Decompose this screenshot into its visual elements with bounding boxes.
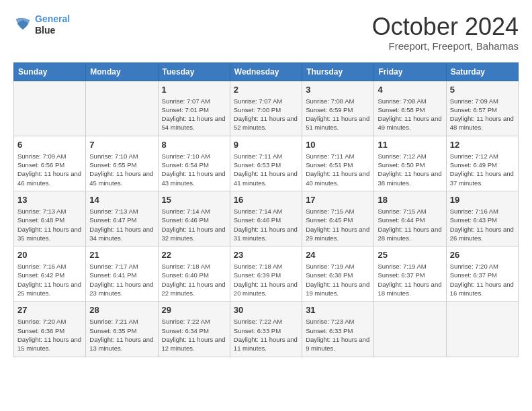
cell-info: Sunrise: 7:14 AMSunset: 6:46 PMDaylight:… [162, 207, 226, 242]
calendar-week-1: 1Sunrise: 7:07 AMSunset: 7:01 PMDaylight… [14, 81, 519, 136]
cell-info: Sunrise: 7:19 AMSunset: 6:37 PMDaylight:… [378, 262, 442, 298]
cell-info: Sunrise: 7:16 AMSunset: 6:42 PMDaylight:… [17, 262, 82, 298]
cell-info: Sunrise: 7:09 AMSunset: 6:56 PMDaylight:… [17, 152, 82, 187]
cell-info: Sunrise: 7:12 AMSunset: 6:50 PMDaylight:… [378, 152, 442, 187]
day-number: 28 [89, 305, 154, 315]
calendar-cell: 3Sunrise: 7:08 AMSunset: 6:59 PMDaylight… [302, 81, 374, 136]
page-header: General Blue October 2024 Freeport, Free… [13, 13, 519, 52]
day-number: 25 [378, 250, 442, 260]
logo-icon [13, 15, 32, 34]
day-number: 10 [306, 140, 370, 150]
day-number: 13 [17, 195, 82, 205]
day-number: 12 [450, 140, 515, 150]
day-number: 22 [162, 250, 226, 260]
day-number: 27 [17, 305, 82, 315]
calendar-header-row: SundayMondayTuesdayWednesdayThursdayFrid… [14, 62, 519, 81]
calendar-cell [446, 302, 518, 357]
day-number: 1 [162, 85, 226, 95]
day-number: 19 [450, 195, 515, 205]
calendar-cell [86, 81, 158, 136]
header-wednesday: Wednesday [230, 62, 302, 81]
logo: General Blue [13, 13, 70, 36]
cell-info: Sunrise: 7:14 AMSunset: 6:46 PMDaylight:… [234, 207, 298, 242]
cell-info: Sunrise: 7:17 AMSunset: 6:41 PMDaylight:… [89, 262, 154, 298]
day-number: 31 [306, 305, 370, 315]
cell-info: Sunrise: 7:23 AMSunset: 6:33 PMDaylight:… [306, 317, 370, 353]
calendar-cell: 13Sunrise: 7:13 AMSunset: 6:48 PMDayligh… [14, 191, 86, 246]
calendar-cell [14, 81, 86, 136]
calendar-cell: 16Sunrise: 7:14 AMSunset: 6:46 PMDayligh… [230, 191, 302, 246]
logo-text: General Blue [35, 13, 70, 36]
calendar-cell: 23Sunrise: 7:18 AMSunset: 6:39 PMDayligh… [230, 246, 302, 302]
calendar-cell: 28Sunrise: 7:21 AMSunset: 6:35 PMDayligh… [86, 302, 158, 357]
day-number: 17 [306, 195, 370, 205]
cell-info: Sunrise: 7:11 AMSunset: 6:53 PMDaylight:… [234, 152, 298, 187]
cell-info: Sunrise: 7:09 AMSunset: 6:57 PMDaylight:… [450, 97, 515, 132]
day-number: 11 [378, 140, 442, 150]
day-number: 16 [234, 195, 298, 205]
calendar-cell: 8Sunrise: 7:10 AMSunset: 6:54 PMDaylight… [158, 136, 230, 191]
header-saturday: Saturday [446, 62, 518, 81]
calendar-cell: 30Sunrise: 7:22 AMSunset: 6:33 PMDayligh… [230, 302, 302, 357]
cell-info: Sunrise: 7:13 AMSunset: 6:47 PMDaylight:… [89, 207, 154, 242]
header-thursday: Thursday [302, 62, 374, 81]
calendar-cell: 25Sunrise: 7:19 AMSunset: 6:37 PMDayligh… [374, 246, 446, 302]
calendar-cell: 18Sunrise: 7:15 AMSunset: 6:44 PMDayligh… [374, 191, 446, 246]
calendar-cell: 17Sunrise: 7:15 AMSunset: 6:45 PMDayligh… [302, 191, 374, 246]
cell-info: Sunrise: 7:08 AMSunset: 6:58 PMDaylight:… [378, 97, 442, 132]
cell-info: Sunrise: 7:15 AMSunset: 6:45 PMDaylight:… [306, 207, 370, 242]
header-sunday: Sunday [14, 62, 86, 81]
cell-info: Sunrise: 7:11 AMSunset: 6:51 PMDaylight:… [306, 152, 370, 187]
cell-info: Sunrise: 7:10 AMSunset: 6:54 PMDaylight:… [162, 152, 226, 187]
calendar-cell: 14Sunrise: 7:13 AMSunset: 6:47 PMDayligh… [86, 191, 158, 246]
calendar-cell: 4Sunrise: 7:08 AMSunset: 6:58 PMDaylight… [374, 81, 446, 136]
day-number: 18 [378, 195, 442, 205]
day-number: 20 [17, 250, 82, 260]
calendar-cell: 11Sunrise: 7:12 AMSunset: 6:50 PMDayligh… [374, 136, 446, 191]
calendar-week-4: 20Sunrise: 7:16 AMSunset: 6:42 PMDayligh… [14, 246, 519, 302]
calendar-cell: 22Sunrise: 7:18 AMSunset: 6:40 PMDayligh… [158, 246, 230, 302]
cell-info: Sunrise: 7:22 AMSunset: 6:33 PMDaylight:… [234, 317, 298, 353]
calendar-cell: 5Sunrise: 7:09 AMSunset: 6:57 PMDaylight… [446, 81, 518, 136]
calendar-cell [374, 302, 446, 357]
calendar-cell: 1Sunrise: 7:07 AMSunset: 7:01 PMDaylight… [158, 81, 230, 136]
day-number: 29 [162, 305, 226, 315]
day-number: 8 [162, 140, 226, 150]
calendar-cell: 20Sunrise: 7:16 AMSunset: 6:42 PMDayligh… [14, 246, 86, 302]
cell-info: Sunrise: 7:16 AMSunset: 6:43 PMDaylight:… [450, 207, 515, 242]
day-number: 23 [234, 250, 298, 260]
cell-info: Sunrise: 7:21 AMSunset: 6:35 PMDaylight:… [89, 317, 154, 353]
day-number: 14 [89, 195, 154, 205]
day-number: 30 [234, 305, 298, 315]
cell-info: Sunrise: 7:12 AMSunset: 6:49 PMDaylight:… [450, 152, 515, 187]
day-number: 6 [17, 140, 82, 150]
day-number: 5 [450, 85, 515, 95]
cell-info: Sunrise: 7:22 AMSunset: 6:34 PMDaylight:… [162, 317, 226, 353]
calendar-cell: 29Sunrise: 7:22 AMSunset: 6:34 PMDayligh… [158, 302, 230, 357]
day-number: 9 [234, 140, 298, 150]
calendar-week-3: 13Sunrise: 7:13 AMSunset: 6:48 PMDayligh… [14, 191, 519, 246]
day-number: 4 [378, 85, 442, 95]
cell-info: Sunrise: 7:07 AMSunset: 7:00 PMDaylight:… [234, 97, 298, 132]
calendar-cell: 27Sunrise: 7:20 AMSunset: 6:36 PMDayligh… [14, 302, 86, 357]
calendar-cell: 21Sunrise: 7:17 AMSunset: 6:41 PMDayligh… [86, 246, 158, 302]
cell-info: Sunrise: 7:08 AMSunset: 6:59 PMDaylight:… [306, 97, 370, 132]
cell-info: Sunrise: 7:20 AMSunset: 6:37 PMDaylight:… [450, 262, 515, 298]
day-number: 15 [162, 195, 226, 205]
calendar-cell: 15Sunrise: 7:14 AMSunset: 6:46 PMDayligh… [158, 191, 230, 246]
day-number: 21 [89, 250, 154, 260]
day-number: 2 [234, 85, 298, 95]
cell-info: Sunrise: 7:18 AMSunset: 6:40 PMDaylight:… [162, 262, 226, 298]
title-block: October 2024 Freeport, Freeport, Bahamas [372, 13, 519, 52]
month-title: October 2024 [372, 13, 519, 40]
calendar-cell: 12Sunrise: 7:12 AMSunset: 6:49 PMDayligh… [446, 136, 518, 191]
cell-info: Sunrise: 7:18 AMSunset: 6:39 PMDaylight:… [234, 262, 298, 298]
cell-info: Sunrise: 7:07 AMSunset: 7:01 PMDaylight:… [162, 97, 226, 132]
day-number: 24 [306, 250, 370, 260]
calendar-cell: 7Sunrise: 7:10 AMSunset: 6:55 PMDaylight… [86, 136, 158, 191]
calendar-table: SundayMondayTuesdayWednesdayThursdayFrid… [13, 62, 519, 357]
cell-info: Sunrise: 7:19 AMSunset: 6:38 PMDaylight:… [306, 262, 370, 298]
location: Freeport, Freeport, Bahamas [372, 40, 519, 52]
calendar-cell: 10Sunrise: 7:11 AMSunset: 6:51 PMDayligh… [302, 136, 374, 191]
day-number: 7 [89, 140, 154, 150]
